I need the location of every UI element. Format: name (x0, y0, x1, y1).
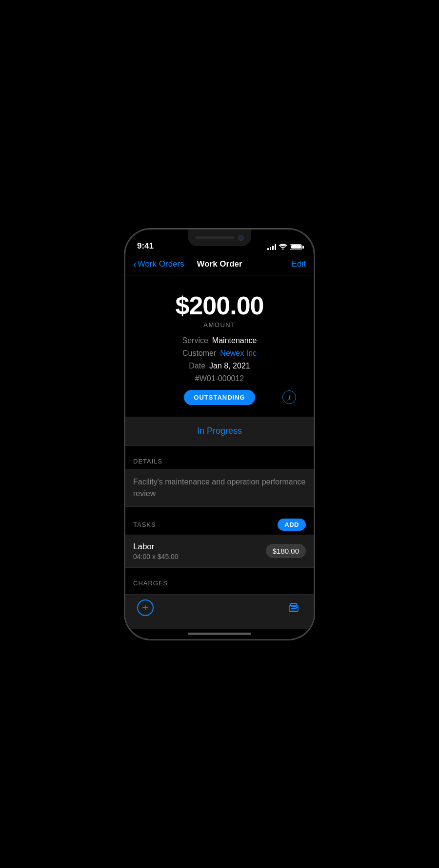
task-name: Labor (133, 542, 266, 552)
tasks-section: TASKS ADD Labor 04:00 x $45.00 $180.00 (125, 519, 314, 568)
hero-section: $200.00 AMOUNT Service Maintenance Custo… (125, 275, 314, 417)
status-time: 9:41 (137, 241, 154, 251)
task-amount: $180.00 (266, 544, 306, 558)
details-header: DETAILS (125, 458, 314, 469)
date-label: Date (189, 362, 205, 370)
customer-row: Customer Newex Inc (135, 349, 304, 358)
notch-pill (195, 236, 234, 239)
home-bar (188, 633, 251, 635)
service-row: Service Maintenance (135, 336, 304, 345)
phone-shell: 9:41 ‹ (124, 229, 315, 640)
content-scroll: $200.00 AMOUNT Service Maintenance Custo… (125, 275, 314, 594)
amount-value: $200.00 (135, 291, 304, 320)
customer-value[interactable]: Newex Inc (220, 349, 257, 358)
info-button[interactable]: i (282, 390, 296, 404)
wifi-icon (279, 243, 287, 251)
back-button[interactable]: ‹ Work Orders (133, 259, 191, 269)
plus-icon: + (142, 602, 149, 613)
print-button[interactable] (285, 599, 302, 616)
details-card: Facility's maintenance and operation per… (125, 469, 314, 507)
charges-title: CHARGES (133, 579, 168, 587)
amount-label: AMOUNT (135, 321, 304, 328)
battery-icon (290, 244, 304, 250)
in-progress-bar[interactable]: In Progress (125, 417, 314, 446)
nav-bar: ‹ Work Orders Work Order Edit (125, 254, 314, 275)
home-indicator (125, 629, 314, 639)
outstanding-badge[interactable]: OUTSTANDING (184, 390, 255, 405)
page-title: Work Order (191, 259, 248, 269)
date-row: Date Jan 8, 2021 (135, 362, 304, 370)
task-info: Labor 04:00 x $45.00 (133, 542, 266, 560)
notch-camera (238, 235, 244, 241)
svg-rect-1 (291, 608, 297, 609)
in-progress-text: In Progress (197, 426, 242, 436)
bottom-toolbar: + (125, 594, 314, 629)
tasks-title: TASKS (133, 521, 156, 528)
svg-rect-4 (296, 607, 298, 608)
charges-header: CHARGES (125, 579, 314, 591)
add-charge-button[interactable]: + (137, 599, 154, 616)
add-task-button[interactable]: ADD (278, 519, 306, 531)
back-label: Work Orders (138, 259, 184, 269)
details-section: DETAILS Facility's maintenance and opera… (125, 458, 314, 507)
screen: 9:41 ‹ (125, 230, 314, 639)
customer-label: Customer (182, 349, 216, 358)
date-value: Jan 8, 2021 (209, 362, 250, 370)
tasks-header: TASKS ADD (125, 519, 314, 535)
badge-row: OUTSTANDING i (135, 390, 304, 405)
work-order-number: #W01-000012 (135, 374, 304, 383)
edit-button[interactable]: Edit (248, 259, 306, 269)
details-text: Facility's maintenance and operation per… (133, 476, 306, 500)
signal-bars-icon (267, 244, 276, 250)
task-sub: 04:00 x $45.00 (133, 553, 266, 560)
status-icons (267, 243, 304, 251)
table-row[interactable]: Labor 04:00 x $45.00 $180.00 (125, 535, 314, 568)
svg-rect-2 (291, 610, 295, 611)
service-label: Service (182, 336, 208, 345)
details-title: DETAILS (133, 458, 162, 465)
charges-section: CHARGES (125, 579, 314, 594)
notch (188, 230, 251, 246)
print-icon (287, 601, 300, 615)
service-value: Maintenance (212, 336, 257, 345)
chevron-left-icon: ‹ (133, 259, 137, 269)
